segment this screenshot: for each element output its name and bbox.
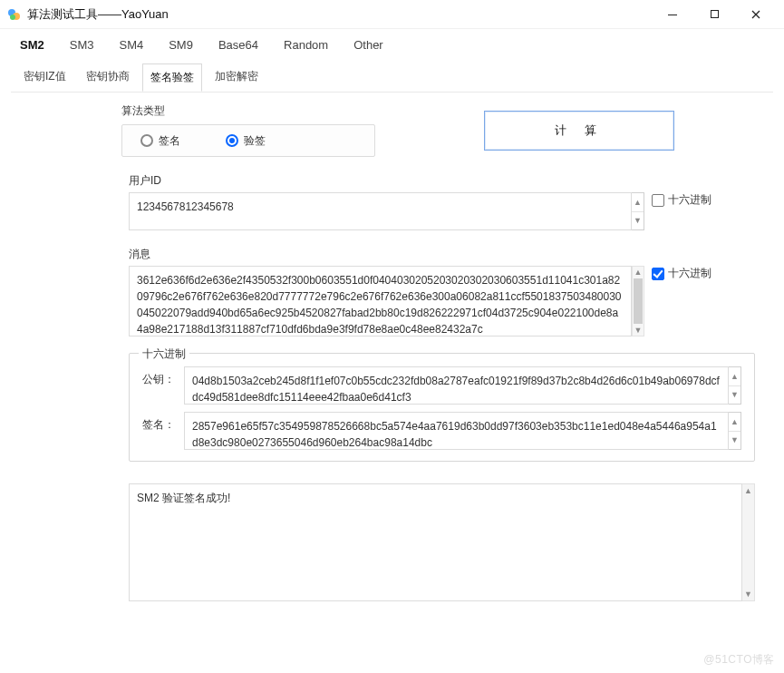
radio-sign-input[interactable]: [140, 134, 153, 147]
userid-input[interactable]: 1234567812345678: [129, 192, 632, 230]
userid-hex-checkbox[interactable]: [652, 194, 664, 207]
message-hex-checkbox[interactable]: [652, 268, 664, 280]
userid-label: 用户ID: [129, 173, 762, 189]
tab-other[interactable]: Other: [343, 34, 394, 58]
radio-verify-input[interactable]: [226, 134, 238, 147]
tab-sm9[interactable]: SM9: [158, 34, 204, 58]
radio-sign[interactable]: 签名: [140, 133, 180, 149]
subtab-encrypt[interactable]: 加密解密: [208, 63, 266, 92]
signature-label: 签名：: [142, 412, 184, 433]
message-scrollbar[interactable]: ▲ ▼: [632, 266, 644, 336]
tab-sm3[interactable]: SM3: [59, 34, 105, 58]
titlebar: 算法测试工具——YaoYuan: [0, 0, 784, 29]
signature-stepper[interactable]: ▲ ▼: [729, 412, 741, 450]
window-title: 算法测试工具——YaoYuan: [27, 6, 652, 23]
message-hex-wrap: 十六进制: [652, 266, 711, 281]
hex-group: 十六进制 公钥： 04d8b1503a2ceb245d8f1f1ef07c0b5…: [129, 353, 755, 462]
pubkey-label: 公钥：: [142, 366, 184, 387]
chevron-up-icon[interactable]: ▲: [729, 367, 740, 386]
close-button[interactable]: [735, 1, 777, 28]
top-tabbar: SM2 SM3 SM4 SM9 Base64 Random Other: [0, 29, 784, 58]
radio-sign-label: 签名: [159, 133, 180, 149]
window-controls: [652, 1, 777, 28]
message-hex-label: 十六进制: [668, 266, 711, 281]
userid-hex-label: 十六进制: [668, 192, 711, 208]
content-pane: 算法类型 签名 验签 计 算 用户ID 1234567812345678 ▲ ▼: [11, 92, 773, 673]
app-icon: [7, 7, 22, 22]
pubkey-input[interactable]: 04d8b1503a2ceb245d8f1f1ef07c0b55cdc232fd…: [184, 366, 729, 405]
algorithm-radio-box: 签名 验签: [121, 124, 375, 157]
tab-random[interactable]: Random: [273, 34, 339, 58]
pubkey-stepper[interactable]: ▲ ▼: [729, 366, 741, 405]
scroll-up-icon[interactable]: ▲: [633, 267, 644, 278]
chevron-up-icon[interactable]: ▲: [729, 413, 740, 432]
userid-stepper[interactable]: ▲ ▼: [632, 192, 644, 230]
radio-verify[interactable]: 验签: [226, 133, 266, 149]
tab-sm2[interactable]: SM2: [9, 34, 55, 58]
result-output[interactable]: SM2 验证签名成功!: [129, 483, 742, 601]
scroll-up-icon[interactable]: ▲: [742, 484, 754, 497]
tab-sm4[interactable]: SM4: [108, 34, 154, 58]
subtab-keyagree[interactable]: 密钥协商: [79, 63, 137, 92]
watermark: @51CTO博客: [703, 652, 775, 668]
scroll-thumb[interactable]: [634, 278, 643, 324]
svg-rect-4: [711, 11, 718, 18]
sub-tabbar: 密钥IZ值 密钥协商 签名验签 加密解密: [0, 58, 784, 92]
chevron-down-icon[interactable]: ▼: [729, 386, 740, 405]
chevron-down-icon[interactable]: ▼: [729, 432, 740, 450]
scroll-down-icon[interactable]: ▼: [633, 325, 644, 336]
radio-verify-label: 验签: [244, 133, 266, 149]
subtab-signverify[interactable]: 签名验签: [142, 63, 202, 92]
chevron-up-icon[interactable]: ▲: [632, 193, 644, 212]
algorithm-group: 算法类型 签名 验签: [121, 103, 375, 157]
chevron-down-icon[interactable]: ▼: [632, 212, 644, 230]
message-input[interactable]: 3612e636f6d2e636e2f4350532f300b0603551d0…: [129, 266, 632, 336]
minimize-button[interactable]: [652, 1, 693, 28]
userid-hex-wrap: 十六进制: [652, 192, 711, 208]
maximize-button[interactable]: [693, 1, 735, 28]
calculate-button[interactable]: 计 算: [484, 111, 674, 151]
algorithm-label: 算法类型: [121, 103, 375, 119]
hex-group-legend: 十六进制: [139, 346, 189, 362]
svg-point-2: [10, 15, 15, 20]
subtab-keyvalue[interactable]: 密钥IZ值: [16, 63, 73, 92]
scroll-down-icon[interactable]: ▼: [742, 588, 754, 600]
result-scrollbar[interactable]: ▲ ▼: [742, 483, 755, 601]
tab-base64[interactable]: Base64: [208, 34, 269, 58]
signature-input[interactable]: 2857e961e65f57c354959878526668bc5a574e4a…: [184, 412, 729, 450]
svg-rect-3: [668, 15, 677, 15]
message-label: 消息: [129, 247, 762, 262]
